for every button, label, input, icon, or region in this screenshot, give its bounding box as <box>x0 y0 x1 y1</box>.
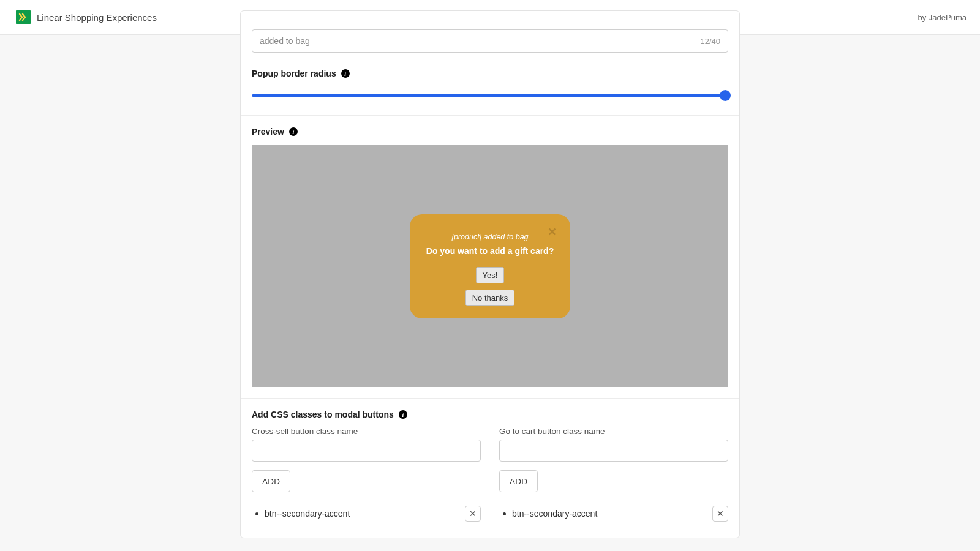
remove-class-button[interactable]: ✕ <box>712 506 728 522</box>
input-value: added to bag <box>260 36 310 46</box>
input-char-count: 12/40 <box>700 37 720 46</box>
slider-thumb[interactable] <box>720 90 731 101</box>
go-to-cart-class-column: Go to cart button class name ADD btn--se… <box>499 427 728 522</box>
go-to-cart-class-input[interactable] <box>499 440 728 462</box>
chevrons-icon <box>18 12 28 22</box>
preview-popup: ✕ [product] added to bag Do you want to … <box>410 214 570 318</box>
cross-sell-class-input[interactable] <box>252 440 481 462</box>
info-icon[interactable]: i <box>289 127 298 136</box>
app-logo <box>16 10 31 24</box>
popup-subtitle: [product] added to bag <box>422 233 558 241</box>
cross-sell-add-button[interactable]: ADD <box>252 470 290 492</box>
go-to-cart-add-button[interactable]: ADD <box>499 470 538 492</box>
go-to-cart-class-item: btn--secondary-accent ✕ <box>499 506 728 522</box>
popup-border-radius-label: Popup border radius i <box>252 69 728 78</box>
class-name-text: btn--secondary-accent <box>265 509 350 519</box>
preview-label: Preview i <box>252 127 728 137</box>
added-to-bag-text-input[interactable]: added to bag 12/40 <box>252 29 728 53</box>
info-icon[interactable]: i <box>341 69 350 78</box>
popup-title: Do you want to add a gift card? <box>422 246 558 256</box>
cross-sell-class-column: Cross-sell button class name ADD btn--se… <box>252 427 481 522</box>
cross-sell-class-item: btn--secondary-accent ✕ <box>252 506 481 522</box>
css-classes-title: Add CSS classes to modal buttons i <box>252 410 728 419</box>
cross-sell-class-label: Cross-sell button class name <box>252 427 481 436</box>
bullet-icon <box>255 512 258 515</box>
go-to-cart-class-label: Go to cart button class name <box>499 427 728 436</box>
app-title: Linear Shopping Experiences <box>37 12 157 23</box>
popup-no-button[interactable]: No thanks <box>466 290 515 306</box>
info-icon[interactable]: i <box>399 410 407 419</box>
brand: Linear Shopping Experiences <box>16 10 157 24</box>
popup-yes-button[interactable]: Yes! <box>476 267 505 283</box>
close-icon[interactable]: ✕ <box>548 227 557 238</box>
popup-border-radius-slider[interactable] <box>252 87 728 104</box>
bullet-icon <box>503 512 506 515</box>
remove-class-button[interactable]: ✕ <box>465 506 481 522</box>
settings-card: added to bag 12/40 Popup border radius i… <box>240 10 740 538</box>
preview-area: ✕ [product] added to bag Do you want to … <box>252 145 728 387</box>
class-name-text: btn--secondary-accent <box>512 509 597 519</box>
slider-track <box>252 94 728 97</box>
byline: by JadePuma <box>918 13 967 22</box>
